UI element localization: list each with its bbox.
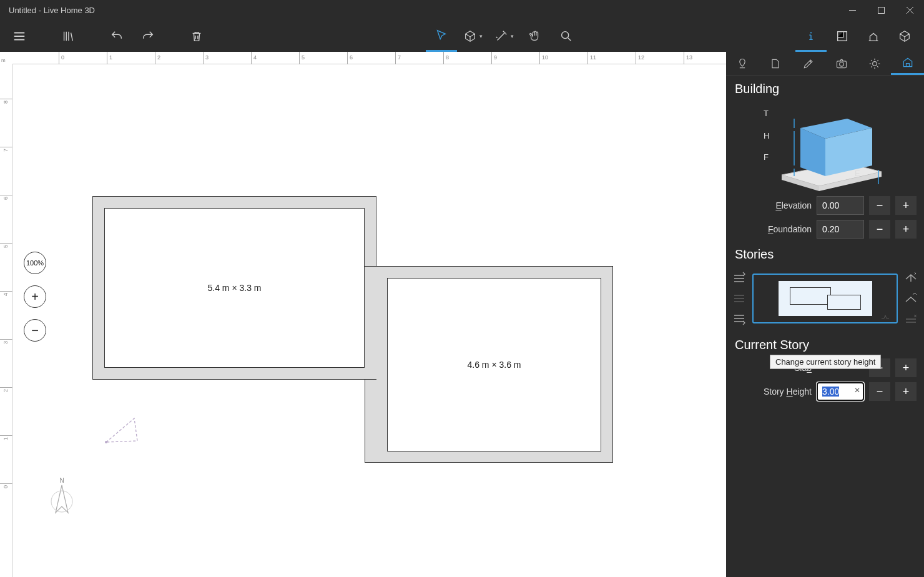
room-2-label: 4.6 m × 3.6 m (468, 360, 521, 370)
foundation-label: Foundation (734, 224, 812, 234)
info-view[interactable] (795, 21, 827, 52)
svg-rect-0 (878, 7, 884, 14)
zoom-in-button[interactable]: + (24, 285, 46, 308)
add-story-above-icon[interactable] (732, 270, 746, 284)
toolbar: ▾ ▾ (0, 21, 924, 52)
story-height-label: Story Height (734, 387, 812, 397)
room-1-label: 5.4 m × 3.3 m (208, 283, 262, 293)
foundation-input[interactable] (817, 220, 864, 239)
ruler-vertical: 8 7 6 5 4 3 2 1 0 (0, 64, 12, 577)
minimize-button[interactable] (838, 0, 867, 21)
maximize-button[interactable] (867, 0, 895, 21)
building-heading: Building (726, 76, 924, 100)
library-button[interactable] (52, 21, 84, 52)
current-story-heading: Current Story (726, 332, 924, 356)
build-tool[interactable]: ▾ (457, 21, 488, 52)
tab-edit[interactable] (792, 52, 825, 75)
menu-button[interactable] (4, 21, 35, 52)
foundation-minus[interactable]: − (869, 220, 890, 239)
window-title: Untitled - Live Home 3D (9, 6, 95, 15)
stories-heading: Stories (726, 241, 924, 265)
tab-object[interactable] (726, 52, 759, 75)
inspector-panel: Building T H F E Elevat (726, 52, 924, 577)
slab-plus[interactable]: + (895, 358, 917, 377)
story-height-minus[interactable]: − (869, 382, 890, 401)
3d-view[interactable] (889, 21, 920, 52)
svg-point-4 (105, 441, 107, 443)
elevation-input[interactable] (817, 196, 864, 215)
ruler-corner: m (0, 52, 12, 64)
svg-point-6 (51, 491, 72, 512)
canvas[interactable]: 5.4 m × 3.3 m 4.6 m × 3.6 m 100% + − N (12, 64, 726, 577)
pan-tool[interactable] (519, 21, 551, 52)
zoom-level[interactable]: 100% (24, 252, 46, 274)
add-roof-icon[interactable] (904, 270, 918, 284)
2d-view[interactable] (827, 21, 858, 52)
svg-text:N: N (59, 477, 64, 484)
elevation-plus[interactable]: + (895, 196, 917, 215)
compass-icon[interactable]: N (47, 476, 77, 520)
svg-point-8 (840, 62, 844, 66)
tooltip: Change current story height (770, 355, 881, 369)
svg-point-9 (872, 61, 877, 66)
elevation-view[interactable] (858, 21, 889, 52)
close-button[interactable] (895, 0, 924, 21)
delete-story-icon[interactable] (904, 313, 918, 327)
tab-light[interactable] (858, 52, 891, 75)
story-height-plus[interactable]: + (895, 382, 917, 401)
undo-button[interactable] (101, 21, 132, 52)
roof-up-icon[interactable] (904, 292, 918, 305)
titlebar: Untitled - Live Home 3D (0, 0, 924, 21)
magic-tool[interactable]: ▾ (488, 21, 519, 52)
delete-button[interactable] (181, 21, 212, 52)
elevation-label: Elevation (734, 200, 812, 210)
room-1[interactable]: 5.4 m × 3.3 m (104, 208, 365, 368)
select-tool[interactable] (426, 21, 457, 52)
elevation-minus[interactable]: − (869, 196, 890, 215)
redo-button[interactable] (132, 21, 164, 52)
zoom-out-button[interactable]: − (24, 319, 46, 342)
tab-materials[interactable] (759, 52, 792, 75)
tab-building[interactable] (891, 52, 924, 75)
inspector-subtabs (726, 52, 924, 76)
building-diagram: T H F E (726, 100, 924, 194)
clear-icon[interactable]: ✕ (854, 386, 860, 395)
camera-icon[interactable] (100, 411, 144, 448)
story-preview[interactable] (752, 274, 898, 323)
duplicate-story-icon[interactable] (732, 292, 746, 305)
room-2[interactable]: 4.6 m × 3.6 m (387, 278, 601, 451)
tab-camera[interactable] (825, 52, 858, 75)
svg-point-1 (562, 32, 569, 39)
canvas-area[interactable]: m 0 1 2 3 4 5 6 7 8 9 10 11 12 13 8 7 6 … (0, 52, 726, 577)
svg-point-2 (810, 32, 812, 33)
add-story-below-icon[interactable] (732, 313, 746, 327)
ruler-horizontal: 0 1 2 3 4 5 6 7 8 9 10 11 12 13 (12, 52, 726, 64)
foundation-plus[interactable]: + (895, 220, 917, 239)
search-tool[interactable] (551, 21, 582, 52)
